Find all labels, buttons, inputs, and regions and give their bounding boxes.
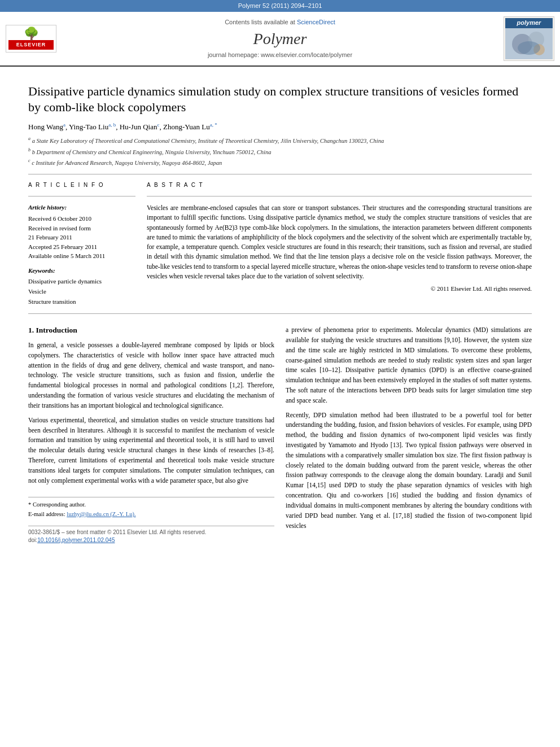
polymer-brand-box: polymer: [504, 16, 554, 60]
corresponding-footnote: * Corresponding author.: [28, 501, 274, 509]
divider-1: [28, 174, 532, 174]
main-body: 1. Introduction In general, a vesicle po…: [28, 325, 532, 544]
article-history-label: Article history:: [28, 203, 135, 212]
revised-line: Received in revised form: [28, 224, 135, 233]
body-left-column: 1. Introduction In general, a vesicle po…: [28, 325, 274, 544]
divider-abstract: [147, 196, 532, 196]
email-footnote: E-mail address: luzhy@jlu.edu.cn (Z.-Y. …: [28, 510, 274, 519]
elsevier-logo-box: 🌳 ELSEVIER: [6, 25, 56, 53]
article-title: Dissipative particle dynamics simulation…: [28, 84, 532, 116]
journal-center: Contents lists available at ScienceDirec…: [56, 18, 504, 60]
revised-line2: 21 February 2011: [28, 233, 135, 242]
body-right-column: a preview of phenomena prior to experime…: [286, 325, 532, 544]
journal-issue: Polymer 52 (2011) 2094–2101: [238, 2, 322, 9]
article-info-heading: A R T I C L E I N F O: [28, 181, 135, 189]
keywords-section: Keywords: Dissipative particle dynamics …: [28, 267, 135, 307]
keywords-label: Keywords:: [28, 267, 135, 275]
footer-issn: 0032-3861/$ – see front matter © 2011 El…: [28, 528, 206, 536]
science-direct-link[interactable]: ScienceDirect: [297, 19, 335, 25]
page-footer: 0032-3861/$ – see front matter © 2011 El…: [28, 526, 274, 536]
tree-icon: 🌳: [8, 28, 54, 40]
email-label: E-mail address:: [28, 511, 65, 517]
svg-point-4: [518, 41, 540, 55]
abstract-column: A B S T R A C T Vesicles are membrane-en…: [147, 181, 532, 307]
article-info-abstract-section: A R T I C L E I N F O Article history: R…: [28, 181, 532, 307]
section1-title: 1. Introduction: [28, 325, 274, 336]
cover-svg: [505, 28, 553, 59]
footnote-area: * Corresponding author. E-mail address: …: [28, 497, 274, 518]
keyword-3: Structure transition: [28, 297, 135, 307]
elsevier-logo-section: 🌳 ELSEVIER: [6, 25, 56, 53]
divider-2: [28, 313, 532, 314]
email-link[interactable]: luzhy@jlu.edu.cn (Z.-Y. Lu).: [67, 511, 135, 517]
accepted-line: Accepted 25 February 2011: [28, 242, 135, 252]
journal-url: journal homepage: www.elsevier.com/locat…: [56, 51, 504, 59]
top-bar: Polymer 52 (2011) 2094–2101: [0, 0, 560, 12]
intro-right-para-2: Recently, DPD simulation method had been…: [286, 410, 532, 531]
copyright-line: © 2011 Elsevier Ltd. All rights reserved…: [147, 285, 532, 293]
science-direct-line: Contents lists available at ScienceDirec…: [56, 18, 504, 27]
intro-para-1: In general, a vesicle possesses a double…: [28, 340, 274, 411]
contents-text: Contents lists available at: [225, 19, 297, 25]
abstract-heading: A B S T R A C T: [147, 181, 532, 189]
footer-doi-line: doi:10.1016/j.polymer.2011.02.045: [28, 536, 274, 544]
footer-doi-label: doi:: [28, 537, 37, 543]
journal-name: Polymer: [56, 28, 504, 50]
received-line: Received 6 October 2010: [28, 214, 135, 224]
affiliation-b: b b Department of Chemistry and Chemical…: [28, 147, 532, 156]
divider-info: [28, 196, 135, 196]
affiliation-c: c c Institute for Advanced Research, Nag…: [28, 158, 532, 167]
journal-header: 🌳 ELSEVIER Contents lists available at S…: [0, 12, 560, 66]
polymer-brand-label: polymer: [505, 18, 553, 28]
authors-line: Hong Wanga, Ying-Tao Liua, b, Hu-Jun Qia…: [28, 121, 532, 133]
available-line: Available online 5 March 2011: [28, 251, 135, 261]
elsevier-wordmark: ELSEVIER: [8, 40, 54, 50]
doi-link[interactable]: 10.1016/j.polymer.2011.02.045: [37, 537, 115, 543]
keyword-1: Dissipative particle dynamics: [28, 277, 135, 287]
abstract-text: Vesicles are membrane-enclosed capsules …: [147, 203, 532, 281]
polymer-cover-image: [505, 28, 553, 59]
affiliation-a: a a State Key Laboratory of Theoretical …: [28, 136, 532, 145]
intro-para-2: Various experimental, theoretical, and s…: [28, 416, 274, 486]
article-info-column: A R T I C L E I N F O Article history: R…: [28, 181, 135, 307]
main-content: Dissipative particle dynamics simulation…: [0, 67, 560, 556]
keyword-2: Vesicle: [28, 287, 135, 297]
intro-right-para-1: a preview of phenomena prior to experime…: [286, 325, 532, 406]
